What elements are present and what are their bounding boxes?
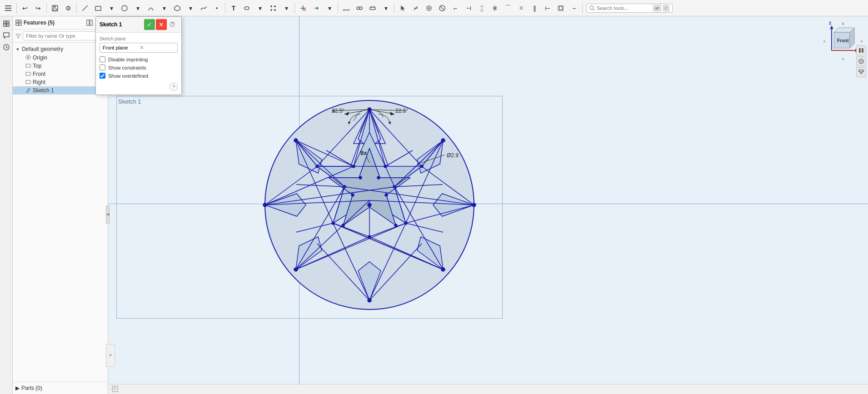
dimension-button[interactable] [340, 2, 353, 15]
svg-line-150 [369, 110, 394, 114]
offset-button[interactable] [554, 2, 567, 15]
extend-button[interactable]: ⊢ [541, 2, 554, 15]
constraint-circle[interactable] [423, 2, 435, 15]
sketch-ok-button[interactable]: ✓ [144, 19, 155, 30]
svg-line-147 [354, 117, 356, 121]
svg-line-82 [296, 223, 406, 269]
undo-button[interactable]: ↩ [19, 2, 31, 15]
assembly-icon[interactable] [1, 18, 12, 29]
polygon-dropdown[interactable]: ▾ [184, 2, 197, 15]
rect-dropdown[interactable]: ▾ [105, 2, 118, 15]
select-group: ⌐ ⊣ ⌶ ⌒ = ∥ ⊢ ⌣ [396, 2, 580, 15]
viewport[interactable]: Front Sketch 1 [108, 16, 868, 394]
app-menu-button[interactable] [2, 2, 15, 15]
tools-dropdown[interactable]: ▾ [379, 2, 392, 15]
slot-dropdown[interactable]: ▾ [254, 2, 266, 15]
svg-line-131 [354, 110, 369, 166]
filter-input[interactable] [23, 31, 105, 40]
tree-item-top[interactable]: Top [13, 62, 108, 70]
equal-button[interactable]: = [515, 2, 528, 15]
tree-item-sketch1[interactable]: Sketch 1 [13, 86, 108, 95]
svg-marker-58 [360, 110, 379, 132]
search-input[interactable] [597, 5, 651, 11]
svg-line-153 [333, 110, 367, 111]
circle-dropdown[interactable]: ▾ [131, 2, 144, 15]
sketch-plane-value: Front plane [103, 45, 138, 50]
svg-point-30 [428, 7, 430, 9]
vp-icon-3[interactable] [856, 67, 866, 77]
pattern-button[interactable] [267, 2, 279, 15]
polygon-button[interactable] [171, 2, 184, 15]
vp-icon-1[interactable] [856, 45, 866, 55]
constraint-no[interactable] [436, 2, 449, 15]
relations-button[interactable] [353, 2, 366, 15]
svg-rect-54 [26, 80, 30, 84]
filter-bar [13, 30, 108, 43]
svg-point-97 [393, 185, 396, 188]
sketch-history-button[interactable]: ⏱ [167, 19, 178, 30]
dialog-help-button[interactable]: ? [170, 83, 178, 91]
notes-label: ≡ [108, 354, 113, 356]
parallel-button[interactable]: ∥ [528, 2, 541, 15]
show-constraints-checkbox[interactable] [100, 65, 105, 70]
rect-button[interactable] [92, 2, 105, 15]
svg-point-88 [441, 139, 445, 142]
default-geometry-section[interactable]: ▼ Default geometry [13, 45, 108, 54]
tools-button[interactable] [366, 2, 379, 15]
sketch-cancel-button[interactable]: ✕ [156, 19, 167, 30]
svg-point-94 [294, 139, 298, 142]
curve-button[interactable]: ⌣ [568, 2, 580, 15]
svg-rect-40 [4, 24, 6, 26]
tree-item-origin[interactable]: Origin [13, 54, 108, 62]
constraint-horiz[interactable]: ⊣ [462, 2, 475, 15]
history-icon[interactable] [1, 42, 12, 53]
line-button[interactable] [79, 2, 91, 15]
convert-button[interactable] [310, 2, 323, 15]
save-button[interactable] [49, 2, 61, 15]
disable-imprinting-checkbox[interactable] [100, 56, 105, 62]
svg-line-75 [369, 200, 474, 205]
pattern-dropdown[interactable]: ▾ [280, 2, 293, 15]
convert-dropdown[interactable]: ▾ [323, 2, 336, 15]
trim-button[interactable] [297, 2, 309, 15]
svg-point-107 [385, 194, 388, 196]
point-button[interactable] [210, 2, 223, 15]
select-button[interactable] [396, 2, 409, 15]
axis-vertical [299, 16, 299, 394]
sketch-plane-clear[interactable]: ✕ [140, 45, 175, 51]
origin-label: Origin [33, 55, 47, 61]
svg-marker-148 [344, 112, 349, 115]
constraint-fix[interactable] [409, 2, 422, 15]
text-button[interactable]: T [227, 2, 240, 15]
slot-button[interactable] [240, 2, 253, 15]
settings-button[interactable]: ⚙ [62, 2, 75, 15]
axis-horizontal [108, 204, 868, 204]
svg-line-60 [369, 114, 390, 171]
mirror-button[interactable] [489, 2, 501, 15]
parts-section[interactable]: ▶ Parts (0) [15, 385, 105, 391]
tree-item-front[interactable]: Front [13, 70, 108, 78]
svg-marker-169 [842, 22, 844, 25]
circle-button[interactable] [118, 2, 131, 15]
notes-button[interactable]: ≡ [106, 344, 115, 367]
svg-line-122 [386, 195, 396, 225]
sidebar-icons [0, 16, 13, 394]
sketch-plane-field[interactable]: Front plane ✕ [100, 43, 178, 53]
svg-point-110 [342, 224, 344, 227]
show-overdefined-checkbox[interactable] [100, 73, 105, 79]
feature-panel-view-button[interactable] [85, 18, 94, 27]
panel-collapse-handle[interactable]: ◀ [106, 205, 110, 224]
fillet-button[interactable]: ⌒ [502, 2, 514, 15]
chat-icon[interactable] [1, 30, 12, 41]
tree-item-right[interactable]: Right [13, 78, 108, 86]
redo-button[interactable]: ↪ [32, 2, 45, 15]
vp-icon-2[interactable] [856, 56, 866, 66]
svg-line-59 [349, 114, 369, 171]
dim-group: ▾ [340, 2, 392, 15]
arc-dropdown[interactable]: ▾ [158, 2, 170, 15]
constraint-corner[interactable]: ⌐ [449, 2, 462, 15]
constraint-sym[interactable]: ⌶ [475, 2, 488, 15]
spline-button[interactable] [197, 2, 210, 15]
svg-line-117 [317, 166, 344, 187]
arc-button[interactable] [145, 2, 157, 15]
